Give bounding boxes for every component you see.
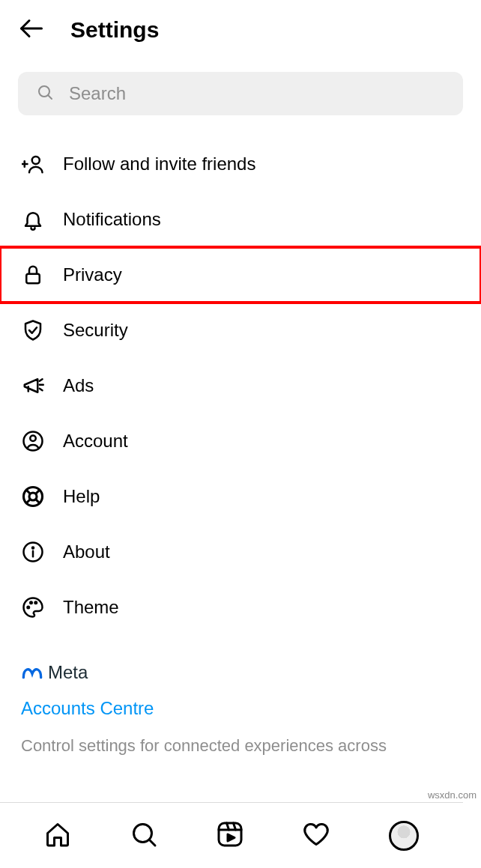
help-icon	[21, 485, 45, 508]
svg-line-15	[36, 490, 40, 494]
menu-label: Help	[63, 486, 100, 507]
palette-icon	[21, 596, 45, 619]
lock-icon	[21, 264, 45, 286]
svg-line-7	[40, 379, 43, 381]
svg-line-17	[36, 500, 40, 503]
nav-search[interactable]	[130, 821, 157, 851]
reels-icon	[217, 821, 243, 848]
svg-line-16	[26, 500, 30, 503]
add-person-icon	[21, 153, 45, 175]
home-icon	[44, 821, 71, 848]
svg-marker-30	[228, 834, 235, 841]
meta-description: Control settings for connected experienc…	[21, 735, 460, 757]
meta-icon	[21, 665, 43, 680]
menu-label: Ads	[63, 375, 94, 396]
menu-label: Privacy	[63, 264, 122, 285]
menu-label: Account	[63, 431, 128, 452]
heart-icon	[303, 821, 330, 848]
svg-line-25	[150, 840, 156, 846]
shield-icon	[21, 319, 45, 342]
svg-point-21	[28, 607, 30, 609]
search-box[interactable]	[18, 72, 463, 115]
menu-label: Notifications	[63, 209, 161, 230]
info-icon	[21, 541, 45, 563]
menu-item-follow-invite[interactable]: Follow and invite friends	[0, 136, 481, 192]
meta-brand: Meta	[21, 662, 460, 683]
watermark: wsxdn.com	[428, 789, 477, 801]
search-icon	[36, 83, 54, 104]
nav-profile[interactable]	[389, 821, 419, 851]
search-icon	[130, 821, 157, 848]
menu-label: Security	[63, 320, 128, 341]
back-button[interactable]	[18, 15, 45, 45]
svg-point-11	[30, 436, 36, 442]
menu-label: Theme	[63, 597, 119, 618]
accounts-centre-link[interactable]: Accounts Centre	[21, 698, 460, 719]
menu-item-notifications[interactable]: Notifications	[0, 192, 481, 247]
menu-item-privacy[interactable]: Privacy	[0, 247, 481, 303]
svg-rect-6	[26, 274, 40, 284]
svg-line-2	[48, 95, 52, 99]
svg-line-9	[40, 389, 43, 391]
menu-item-theme[interactable]: Theme	[0, 580, 481, 635]
bottom-nav	[0, 802, 463, 868]
megaphone-icon	[21, 374, 45, 397]
menu-item-account[interactable]: Account	[0, 413, 481, 469]
menu-label: About	[63, 541, 110, 562]
account-icon	[21, 430, 45, 452]
settings-menu: Follow and invite friends Notifications …	[0, 136, 481, 635]
menu-label: Follow and invite friends	[63, 154, 255, 174]
nav-reels[interactable]	[217, 821, 243, 851]
svg-point-20	[32, 547, 34, 548]
avatar-icon	[389, 821, 419, 851]
nav-home[interactable]	[44, 821, 71, 851]
bell-icon	[21, 208, 45, 231]
svg-point-23	[35, 602, 37, 604]
svg-point-3	[32, 157, 40, 164]
menu-item-help[interactable]: Help	[0, 469, 481, 524]
page-title: Settings	[70, 17, 159, 43]
menu-item-security[interactable]: Security	[0, 303, 481, 358]
meta-brand-text: Meta	[48, 662, 88, 683]
nav-activity[interactable]	[303, 821, 330, 851]
svg-line-14	[26, 490, 30, 494]
menu-item-about[interactable]: About	[0, 524, 481, 580]
search-input[interactable]	[69, 83, 445, 104]
menu-item-ads[interactable]: Ads	[0, 358, 481, 413]
svg-point-22	[30, 602, 32, 604]
